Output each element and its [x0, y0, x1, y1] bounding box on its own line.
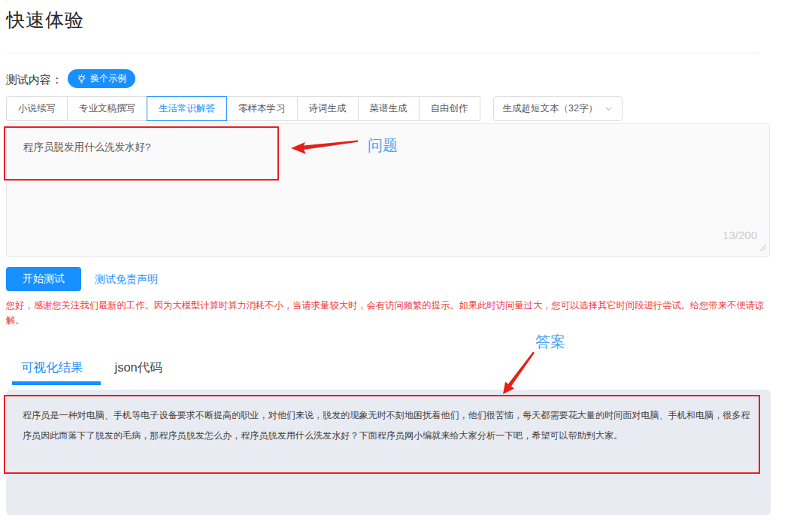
- example-tab-novel[interactable]: 小说续写: [6, 96, 68, 121]
- traffic-notice-text: 您好，感谢您关注我们最新的工作。因为大模型计算时算力消耗不小，当请求量较大时，会…: [6, 298, 768, 328]
- start-test-button[interactable]: 开始测试: [6, 267, 81, 291]
- header-divider: [6, 53, 759, 53]
- example-tab-zero-shot[interactable]: 零样本学习: [226, 96, 298, 121]
- change-example-button[interactable]: 换个示例: [68, 69, 135, 88]
- char-count: 13/200: [723, 229, 757, 241]
- example-tab-recipe[interactable]: 菜谱生成: [358, 96, 420, 121]
- change-example-label: 换个示例: [90, 72, 126, 85]
- answer-arrow-icon: [503, 352, 535, 395]
- result-tab-bar: 可视化结果 json代码: [21, 360, 162, 376]
- example-tab-free-creation[interactable]: 自由创作: [419, 96, 480, 121]
- output-length-value: 生成超短文本（32字）: [503, 102, 598, 115]
- result-text: 程序员是一种对电脑、手机等电子设备要求不断提高的职业，对他们来说，脱发的现象无时…: [6, 390, 771, 446]
- chevron-down-icon: [604, 105, 613, 113]
- test-content-label: 测试内容：: [6, 73, 62, 87]
- test-input-container: 程序员脱发用什么洗发水好? 13/200: [6, 123, 770, 257]
- output-length-select[interactable]: 生成超短文本（32字）: [493, 96, 623, 121]
- result-panel: 程序员是一种对电脑、手机等电子设备要求不断提高的职业，对他们来说，脱发的现象无时…: [6, 390, 771, 515]
- resize-handle-icon[interactable]: [759, 241, 767, 254]
- answer-annotation-label: 答案: [535, 332, 565, 352]
- lightbulb-icon: [77, 74, 86, 83]
- disclaimer-link[interactable]: 测试免责声明: [95, 273, 158, 287]
- tab-visual-result[interactable]: 可视化结果: [21, 360, 83, 376]
- example-tab-group: 小说续写 专业文稿撰写 生活常识解答 零样本学习 诗词生成 菜谱生成 自由创作 …: [6, 96, 623, 121]
- example-tab-poetry[interactable]: 诗词生成: [297, 96, 359, 121]
- page-title: 快速体验: [6, 8, 84, 32]
- active-tab-underline: [12, 381, 101, 385]
- tab-json-code[interactable]: json代码: [115, 360, 162, 376]
- example-tab-life-knowledge[interactable]: 生活常识解答: [147, 96, 227, 121]
- example-tab-professional-doc[interactable]: 专业文稿撰写: [67, 96, 147, 121]
- test-input-textarea[interactable]: 程序员脱发用什么洗发水好?: [7, 124, 769, 256]
- quick-experience-page: 快速体验 测试内容： 换个示例 小说续写 专业文稿撰写 生活常识解答 零样本学习…: [0, 0, 812, 525]
